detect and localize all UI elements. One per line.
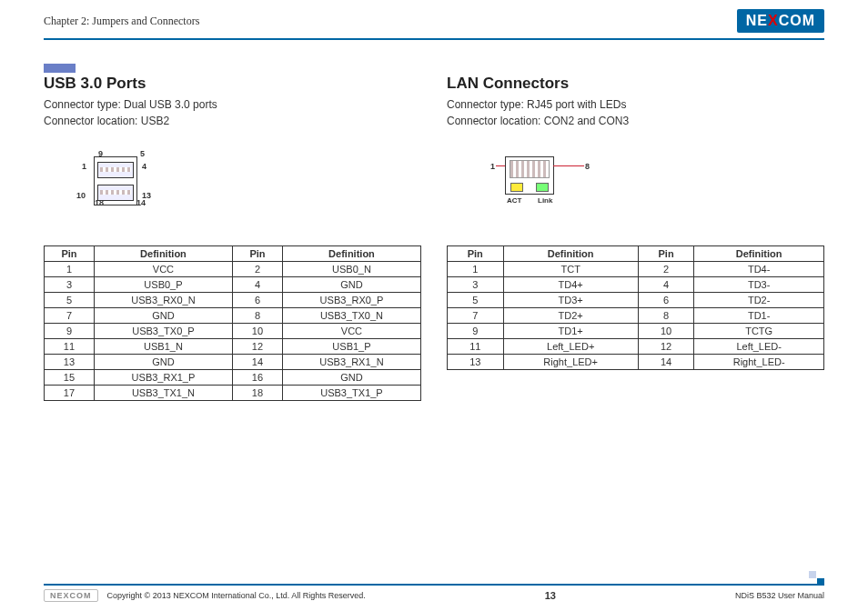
usb-type: Connector type: Dual USB 3.0 ports xyxy=(44,96,421,113)
lan-diagram: 1 8 ACT Link xyxy=(447,155,824,218)
table-row: 9USB3_TX0_P10VCC xyxy=(45,324,421,339)
pin-18: 18 xyxy=(95,198,104,207)
brand-logo: NEXCOM xyxy=(737,9,824,33)
table-row: 13GND14USB3_RX1_N xyxy=(45,355,421,370)
table-row: 5TD3+6TD2- xyxy=(448,293,824,308)
table-row: 11Left_LED+12Left_LED- xyxy=(448,339,824,355)
usb-loc: Connector location: USB2 xyxy=(44,113,421,129)
lan-loc: Connector location: CON2 and CON3 xyxy=(447,113,824,129)
table-row: 15USB3_RX1_P16GND xyxy=(45,370,421,386)
lan-pin-1: 1 xyxy=(490,162,495,171)
col-header: Definition xyxy=(694,246,824,262)
col-header: Definition xyxy=(282,246,420,262)
usb-table: PinDefinitionPinDefinition 1VCC2USB0_N3U… xyxy=(44,245,421,401)
col-header: Pin xyxy=(45,246,95,262)
lan-type: Connector type: RJ45 port with LEDs xyxy=(447,96,824,113)
pin-1: 1 xyxy=(82,162,86,171)
led-act: ACT xyxy=(507,196,521,205)
pin-5: 5 xyxy=(140,149,145,158)
table-row: 13Right_LED+14Right_LED- xyxy=(448,355,824,370)
col-header: Pin xyxy=(448,246,504,262)
pin-13: 13 xyxy=(142,191,151,200)
page-number: 13 xyxy=(545,590,556,601)
usb-title: USB 3.0 Ports xyxy=(44,75,421,93)
col-header: Pin xyxy=(232,246,282,262)
lan-table: PinDefinitionPinDefinition 1TCT2TD4-3TD4… xyxy=(447,245,824,370)
pin-4: 4 xyxy=(142,162,146,171)
col-header: Pin xyxy=(638,246,694,262)
tab-mark xyxy=(44,64,76,73)
table-row: 1VCC2USB0_N xyxy=(45,262,421,277)
table-row: 5USB3_RX0_N6USB3_RX0_P xyxy=(45,293,421,308)
table-row: 3USB0_P4GND xyxy=(45,277,421,293)
pin-10: 10 xyxy=(76,191,86,200)
pin-9: 9 xyxy=(98,149,103,158)
table-row: 7TD2+8TD1- xyxy=(448,308,824,324)
manual-name: NDiS B532 User Manual xyxy=(735,591,824,600)
table-row: 9TD1+10TCTG xyxy=(448,324,824,339)
col-header: Definition xyxy=(94,246,232,262)
table-row: 7GND8USB3_TX0_N xyxy=(45,308,421,324)
col-header: Definition xyxy=(503,246,638,262)
footer-logo: NEXCOM xyxy=(44,589,98,602)
table-row: 1TCT2TD4- xyxy=(448,262,824,277)
chapter-label: Chapter 2: Jumpers and Connectors xyxy=(44,15,199,28)
table-row: 3TD4+4TD3- xyxy=(448,277,824,293)
copyright: Copyright © 2013 NEXCOM International Co… xyxy=(107,591,366,600)
table-row: 11USB1_N12USB1_P xyxy=(45,339,421,355)
usb-diagram: 1 9 5 4 10 18 14 13 xyxy=(44,155,421,218)
lan-title: LAN Connectors xyxy=(447,75,824,93)
lan-pin-8: 8 xyxy=(585,162,590,171)
table-row: 17USB3_TX1_N18USB3_TX1_P xyxy=(45,386,421,401)
led-link: Link xyxy=(538,196,552,205)
